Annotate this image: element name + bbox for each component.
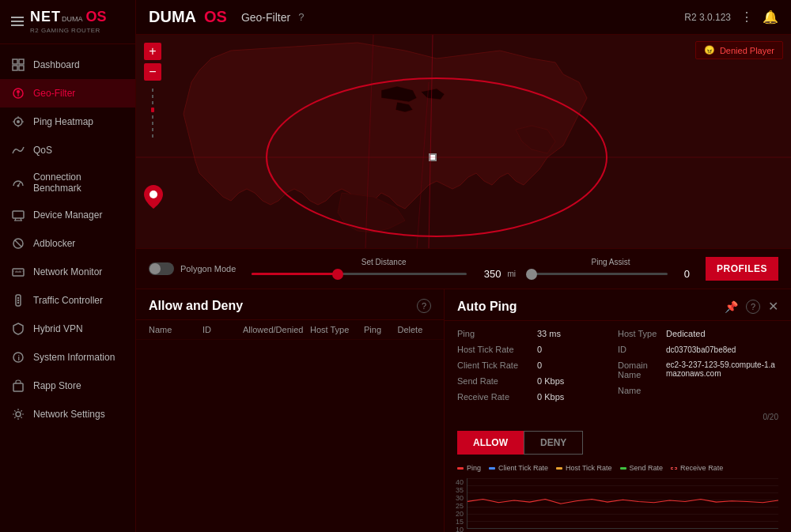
sidebar-item-rapp-store[interactable]: Rapp Store [0, 372, 135, 400]
client-tick-rate-label: Client Tick Rate [457, 360, 532, 370]
grid-icon [11, 58, 25, 72]
legend-host-tick: Host Tick Rate [556, 464, 612, 472]
deny-button[interactable]: DENY [524, 431, 583, 455]
polygon-mode-label: Polygon Mode [180, 264, 236, 274]
svg-rect-0 [13, 59, 17, 64]
sidebar-item-device-manager[interactable]: Device Manager [0, 201, 135, 229]
allow-deny-table-header: Name ID Allowed/Denied Host Type Ping De… [136, 320, 444, 340]
sidebar-item-geo-filter[interactable]: Geo-Filter [0, 79, 135, 108]
polygon-mode-toggle[interactable] [149, 262, 174, 275]
zoom-slider-indicator [144, 89, 161, 138]
hybrid-vpn-icon [11, 322, 25, 336]
sidebar-item-label: Network Settings [33, 409, 105, 420]
sidebar-item-connection-benchmark[interactable]: Connection Benchmark [0, 164, 135, 201]
hamburger-menu[interactable] [11, 17, 24, 26]
sidebar-item-label: System Information [33, 352, 115, 363]
send-rate-label: Send Rate [457, 376, 532, 386]
svg-point-20 [17, 297, 19, 299]
logo-area: NET DUMA OS R2 GAMING ROUTER [0, 0, 135, 44]
ping-assist-slider-track[interactable] [532, 273, 668, 275]
svg-point-26 [16, 412, 21, 417]
allow-deny-icons: ? [417, 299, 431, 313]
legend-send-rate-label: Send Rate [630, 464, 664, 472]
ping-assist-section: Ping Assist 0 [532, 258, 690, 280]
bottom-panels: Allow and Deny ? Name ID Allowed/Denied … [136, 289, 791, 532]
page-help-icon[interactable]: ? [298, 11, 304, 23]
send-rate-row: Send Rate 0 Kbps [457, 375, 618, 387]
distance-slider-track[interactable] [252, 273, 467, 275]
action-buttons: ALLOW DENY [445, 428, 791, 461]
sidebar-item-dashboard[interactable]: Dashboard [0, 51, 135, 79]
map-svg [136, 35, 791, 248]
svg-rect-25 [13, 383, 23, 391]
chart-legend: Ping Client Tick Rate Host Tick Rate Sen… [445, 461, 791, 475]
ping-assist-slider-thumb[interactable] [526, 269, 537, 280]
host-type-value: Dedicated [666, 329, 706, 338]
distance-slider-container: 350 mi [252, 268, 516, 280]
col-id: ID [202, 325, 243, 334]
toggle-knob [149, 263, 161, 274]
svg-line-15 [15, 240, 21, 247]
distance-unit: mi [507, 270, 516, 278]
domain-name-row: Domain Name ec2-3-237-123-59.compute-1.a… [618, 359, 778, 381]
legend-ping-label: Ping [467, 464, 481, 472]
name-label: Name [618, 386, 661, 395]
profiles-button[interactable]: PROFILES [706, 257, 778, 281]
domain-name-value: ec2-3-237-123-59.compute-1.amazonaws.com [666, 360, 778, 378]
col-delete: Delete [398, 325, 432, 334]
allow-deny-title: Allow and Deny [149, 299, 243, 313]
sidebar-item-qos[interactable]: QoS [0, 136, 135, 164]
legend-send-rate-dot [620, 467, 626, 470]
sidebar-item-network-monitor[interactable]: Network Monitor [0, 258, 135, 286]
chart-area: 40 35 30 25 20 15 10 5 [445, 475, 791, 532]
client-tick-rate-row: Client Tick Rate 0 [457, 359, 618, 372]
logo-duma-label: DUMA [62, 12, 83, 28]
allow-deny-panel: Allow and Deny ? Name ID Allowed/Denied … [136, 289, 445, 532]
host-type-label: Host Type [618, 329, 661, 338]
sidebar-item-network-settings[interactable]: Network Settings [0, 400, 135, 428]
ping-assist-value: 0 [674, 268, 690, 280]
distance-slider-thumb[interactable] [332, 269, 343, 280]
legend-ping: Ping [457, 464, 481, 472]
sidebar-item-adblocker[interactable]: Adblocker [0, 229, 135, 258]
auto-ping-close-icon[interactable]: ✕ [768, 299, 778, 314]
sidebar: NET DUMA OS R2 GAMING ROUTER Dashboard G… [0, 0, 136, 532]
ping-assist-label: Ping Assist [532, 258, 690, 266]
name-row: Name [618, 384, 778, 397]
host-tick-rate-label: Host Tick Rate [457, 345, 532, 354]
sidebar-item-hybrid-vpn[interactable]: Hybrid VPN [0, 315, 135, 343]
y-label-35: 35 [451, 486, 464, 494]
distance-value: 350 [473, 268, 501, 280]
zoom-out-button[interactable]: − [144, 63, 161, 81]
sidebar-item-label: Hybrid VPN [33, 323, 83, 334]
sidebar-item-ping-heatmap[interactable]: Ping Heatmap [0, 108, 135, 136]
sidebar-item-label: Network Monitor [33, 266, 102, 277]
adblocker-icon [11, 236, 25, 251]
logo-net: NET [30, 9, 61, 24]
ping-data-left: Ping 33 ms Host Tick Rate 0 Client Tick … [457, 327, 618, 403]
domain-name-label: Domain Name [618, 360, 661, 379]
more-options-icon[interactable]: ⋮ [740, 9, 753, 25]
notifications-icon[interactable]: 🔔 [763, 9, 778, 25]
map-container[interactable]: + − 😠 Denied Player [136, 35, 791, 248]
allow-deny-help-icon[interactable]: ? [417, 299, 431, 313]
pin-icon[interactable]: 📌 [725, 300, 738, 313]
legend-host-tick-label: Host Tick Rate [566, 464, 612, 472]
sidebar-item-system-information[interactable]: i System Information [0, 343, 135, 372]
denied-player-label: Denied Player [720, 46, 774, 55]
pin-square [429, 153, 437, 161]
pin-svg [144, 185, 163, 209]
y-label-15: 15 [451, 518, 464, 526]
svg-text:i: i [18, 354, 21, 362]
col-ping: Ping [364, 325, 398, 334]
allow-deny-header: Allow and Deny ? [136, 289, 444, 320]
sidebar-item-traffic-controller[interactable]: Traffic Controller [0, 286, 135, 315]
auto-ping-header-icons: 📌 ? ✕ [725, 299, 778, 314]
allow-button[interactable]: ALLOW [457, 431, 524, 455]
main-content: DUMA OS Geo-Filter ? R2 3.0.123 ⋮ 🔔 [136, 0, 791, 532]
zoom-in-button[interactable]: + [144, 43, 161, 60]
sidebar-item-label: Adblocker [33, 238, 75, 249]
denied-player-badge: 😠 Denied Player [695, 41, 783, 59]
svg-point-7 [17, 120, 20, 123]
auto-ping-help-icon[interactable]: ? [746, 300, 760, 314]
